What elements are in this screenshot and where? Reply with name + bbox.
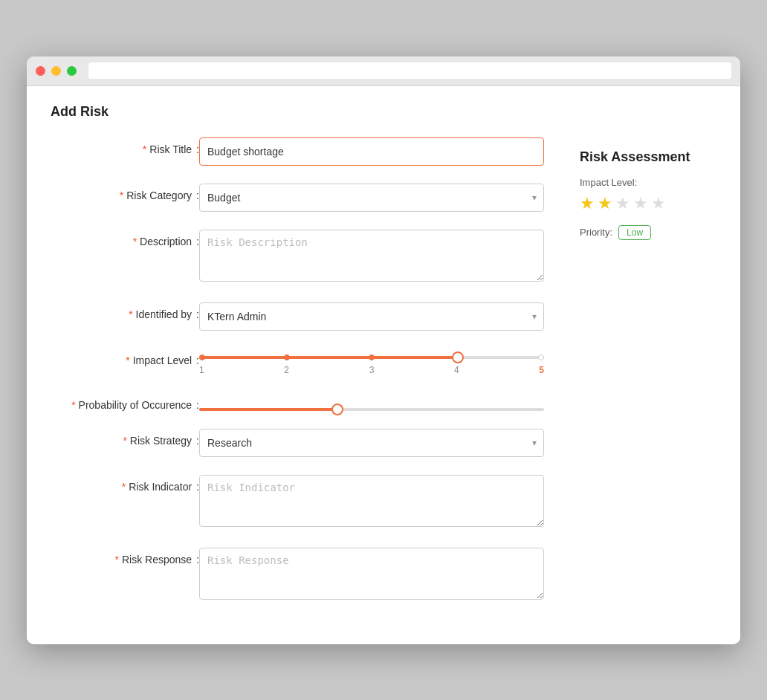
stars-container: ★ ★ ★ ★ ★	[580, 194, 705, 213]
risk-response-control	[199, 548, 544, 603]
maximize-button[interactable]	[67, 66, 77, 76]
form-main: * Risk Title : * Risk Category :	[51, 137, 544, 620]
risk-indicator-row: * Risk Indicator :	[51, 475, 544, 530]
risk-category-select-wrapper: Budget Technical Operational Schedule ▾	[199, 184, 544, 212]
priority-badge: Low	[618, 225, 651, 240]
slider-dot-5	[538, 354, 544, 360]
identified-by-control: KTern Admin ▾	[199, 302, 544, 331]
star-1[interactable]: ★	[580, 194, 595, 213]
identified-by-select[interactable]: KTern Admin	[199, 302, 544, 331]
form-layout: * Risk Title : * Risk Category :	[51, 137, 716, 620]
impact-level-label: * Impact Level :	[51, 349, 199, 366]
required-star: *	[143, 143, 146, 155]
probability-track	[199, 408, 544, 411]
impact-level-track	[199, 356, 544, 359]
risk-category-row: * Risk Category : Budget Technical Opera…	[51, 184, 544, 212]
risk-response-label: * Risk Response :	[51, 548, 199, 565]
titlebar	[27, 56, 740, 86]
page-title: Add Risk	[51, 104, 716, 120]
impact-level-slider-container: 1 2 3 4 5	[199, 349, 544, 375]
risk-indicator-input[interactable]	[199, 475, 544, 527]
slider-label-1: 1	[199, 365, 204, 375]
url-bar[interactable]	[88, 62, 731, 79]
star-3[interactable]: ★	[615, 194, 630, 213]
risk-strategy-select-wrapper: Research Mitigate Accept Transfer ▾	[199, 429, 544, 457]
required-star-4: *	[129, 308, 132, 320]
probability-thumb[interactable]	[331, 404, 343, 415]
impact-level-thumb[interactable]	[452, 351, 464, 363]
risk-response-row: * Risk Response :	[51, 548, 544, 603]
slider-labels: 1 2 3 4 5	[199, 365, 544, 375]
impact-level-row: * Impact Level :	[51, 349, 544, 375]
slider-label-4: 4	[454, 365, 459, 375]
identified-by-row: * Identified by : KTern Admin ▾	[51, 302, 544, 331]
risk-strategy-select[interactable]: Research Mitigate Accept Transfer	[199, 429, 544, 457]
slider-label-3: 3	[369, 365, 375, 375]
description-input[interactable]	[199, 230, 544, 282]
slider-label-2: 2	[284, 365, 289, 375]
probability-label: * Probability of Occurence :	[51, 393, 199, 411]
description-label: * Description :	[51, 230, 199, 247]
window-content: Add Risk * Risk Title :	[27, 86, 740, 644]
star-5[interactable]: ★	[651, 194, 666, 213]
risk-title-input[interactable]	[199, 137, 544, 166]
star-2[interactable]: ★	[598, 194, 612, 213]
risk-strategy-control: Research Mitigate Accept Transfer ▾	[199, 429, 544, 457]
risk-response-input[interactable]	[199, 548, 544, 600]
description-row: * Description :	[51, 230, 544, 285]
probability-fill	[199, 408, 337, 411]
risk-assessment-title: Risk Assessment	[580, 149, 705, 165]
identified-by-select-wrapper: KTern Admin ▾	[199, 302, 544, 331]
risk-title-row: * Risk Title :	[51, 137, 544, 166]
slider-dot-1	[199, 354, 205, 360]
risk-title-label: * Risk Title :	[51, 137, 199, 155]
slider-dot-2	[284, 354, 290, 360]
sidebar-impact-label: Impact Level:	[580, 177, 705, 188]
probability-row: * Probability of Occurence :	[51, 393, 544, 411]
slider-dot-3	[369, 354, 375, 360]
risk-title-control	[199, 137, 544, 166]
required-star-2: *	[120, 189, 123, 201]
slider-label-5: 5	[539, 365, 544, 375]
risk-category-label: * Risk Category :	[51, 184, 199, 201]
required-star-6: *	[71, 399, 75, 411]
risk-indicator-label: * Risk Indicator :	[51, 475, 199, 493]
priority-row: Priority: Low	[580, 225, 705, 240]
app-window: Add Risk * Risk Title :	[27, 56, 740, 644]
required-star-5: *	[126, 354, 129, 366]
required-star-3: *	[133, 236, 137, 247]
slider-dots	[199, 354, 544, 360]
risk-category-control: Budget Technical Operational Schedule ▾	[199, 184, 544, 212]
risk-category-select[interactable]: Budget Technical Operational Schedule	[199, 184, 544, 212]
minimize-button[interactable]	[51, 66, 61, 76]
description-control	[199, 230, 544, 285]
required-star-8: *	[122, 481, 126, 493]
probability-slider-container	[199, 393, 544, 411]
required-star-9: *	[115, 554, 119, 565]
risk-indicator-control	[199, 475, 544, 530]
identified-by-label: * Identified by :	[51, 302, 199, 320]
risk-strategy-label: * Risk Strategy :	[51, 429, 199, 447]
required-star-7: *	[123, 435, 126, 447]
risk-assessment-sidebar: Risk Assessment Impact Level: ★ ★ ★ ★ ★ …	[568, 137, 716, 252]
risk-strategy-row: * Risk Strategy : Research Mitigate Acce…	[51, 429, 544, 457]
star-4[interactable]: ★	[633, 194, 648, 213]
priority-label: Priority:	[580, 227, 612, 238]
close-button[interactable]	[36, 66, 45, 76]
